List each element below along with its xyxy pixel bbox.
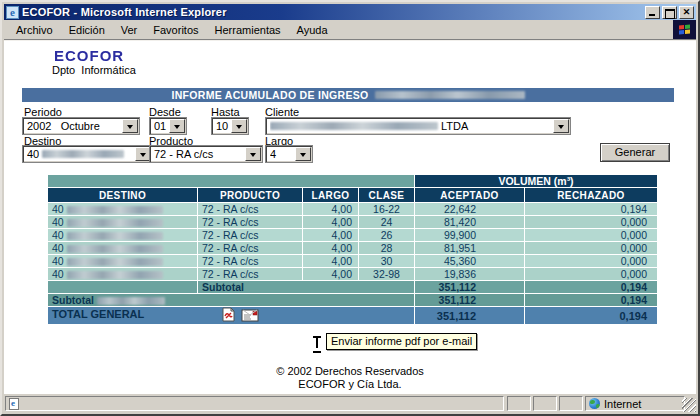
status-panel-1 — [507, 396, 531, 411]
status-bar: Internet — [4, 393, 696, 412]
pdf-email-tooltip: Enviar informe pdf por e-mail — [326, 333, 477, 350]
title-bar: e ECOFOR - Microsoft Internet Explorer ✕ — [4, 4, 696, 20]
redacted-banner-text — [375, 91, 525, 99]
cell-clase: 26 — [359, 229, 415, 242]
cell-rechazado: 0,000 — [525, 216, 658, 229]
cell-producto: 72 - RA c/cs — [198, 255, 303, 268]
window-title: ECOFOR - Microsoft Internet Explorer — [22, 6, 227, 18]
total-aceptado: 351,112 — [415, 307, 525, 325]
zone-label: Internet — [604, 398, 641, 410]
total-label-cell: TOTAL GENERAL — [48, 307, 415, 325]
chevron-down-icon[interactable] — [122, 119, 138, 133]
page-footer: © 2002 Derechos Reservados ECOFOR y Cía … — [4, 365, 696, 391]
chevron-down-icon[interactable] — [231, 119, 247, 133]
total-general-row: TOTAL GENERAL — [48, 307, 658, 325]
menu-ayuda[interactable]: Ayuda — [289, 22, 336, 38]
table-row: 40 72 - RA c/cs4,002481,4200,000 — [48, 216, 658, 229]
cell-clase: 28 — [359, 242, 415, 255]
table-row: 40 72 - RA c/cs4,003045,3600,000 — [48, 255, 658, 268]
pdf-document-icon[interactable] — [222, 307, 235, 324]
cell-rechazado: 0,000 — [525, 229, 658, 242]
menu-edicion[interactable]: Edición — [61, 22, 113, 38]
report-title-banner: INFORME ACUMULADO DE INGRESO — [22, 88, 674, 102]
cell-largo: 4,00 — [303, 255, 359, 268]
minimize-button[interactable] — [645, 6, 660, 19]
menu-herramientas[interactable]: Herramientas — [207, 22, 289, 38]
cell-aceptado: 81,951 — [415, 242, 525, 255]
document-icon — [9, 398, 19, 410]
cell-destino: 40 — [48, 242, 198, 255]
cell-producto: 72 - RA c/cs — [198, 216, 303, 229]
volumen-header: VOLUMEN (m³) — [415, 175, 658, 188]
cell-clase: 16-22 — [359, 203, 415, 216]
menu-favoritos[interactable]: Favoritos — [145, 22, 206, 38]
cell-largo: 4,00 — [303, 203, 359, 216]
cell-largo: 4,00 — [303, 216, 359, 229]
col-destino: DESTINO — [48, 188, 198, 203]
windows-throbber-icon — [673, 20, 696, 39]
hasta-select[interactable]: 10 — [211, 117, 249, 135]
chevron-down-icon[interactable] — [245, 147, 261, 161]
largo-select[interactable]: 4 — [265, 145, 313, 163]
status-panel-2 — [533, 396, 557, 411]
menu-archivo[interactable]: Archivo — [8, 22, 61, 38]
total-label: TOTAL GENERAL — [52, 308, 144, 320]
security-zone-panel: Internet — [585, 396, 685, 411]
redacted-cliente-name — [270, 122, 438, 130]
desde-select[interactable]: 01 — [149, 117, 187, 135]
subtotal-rechazado: 0,194 — [525, 281, 658, 294]
cell-aceptado: 81,420 — [415, 216, 525, 229]
send-email-icon[interactable] — [241, 308, 259, 324]
maximize-button[interactable] — [662, 6, 677, 19]
generar-button[interactable]: Generar — [600, 143, 670, 162]
volumen-band-row: VOLUMEN (m³) — [48, 175, 658, 188]
text-cursor-icon — [313, 336, 321, 349]
cell-aceptado: 19,836 — [415, 268, 525, 281]
destino-select[interactable]: 40 — [22, 145, 153, 163]
cell-largo: 4,00 — [303, 242, 359, 255]
report-table-rows: 40 72 - RA c/cs4,0016-2222,6420,19440 72… — [48, 203, 658, 281]
department-label: Dpto Informática — [52, 64, 136, 76]
empty-cell — [48, 281, 198, 294]
subtotal-producto-row: Subtotal 351,112 0,194 — [48, 281, 658, 294]
cell-producto: 72 - RA c/cs — [198, 242, 303, 255]
resize-grip[interactable] — [682, 398, 696, 412]
status-panel-3 — [559, 396, 583, 411]
redacted-destino-name — [67, 258, 163, 266]
cell-destino: 40 — [48, 255, 198, 268]
subtotal-label: Subtotal — [198, 281, 415, 294]
ecofor-logo: ECOFOR — [54, 48, 124, 64]
internet-explorer-icon: e — [6, 6, 19, 19]
menu-bar: Archivo Edición Ver Favoritos Herramient… — [4, 20, 696, 40]
cell-producto: 72 - RA c/cs — [198, 268, 303, 281]
producto-select[interactable]: 72 - RA c/cs — [149, 145, 263, 163]
internet-globe-icon — [589, 398, 600, 409]
subtotal-aceptado: 351,112 — [415, 281, 525, 294]
cell-rechazado: 0,000 — [525, 268, 658, 281]
periodo-select[interactable]: 2002 Octubre — [22, 117, 140, 135]
chevron-down-icon[interactable] — [553, 119, 569, 133]
cell-producto: 72 - RA c/cs — [198, 229, 303, 242]
redacted-destino-name — [97, 297, 165, 305]
cliente-select[interactable]: LTDA — [265, 117, 571, 135]
cell-destino: 40 — [48, 268, 198, 281]
browser-window: e ECOFOR - Microsoft Internet Explorer ✕… — [0, 0, 700, 416]
cell-aceptado: 45,360 — [415, 255, 525, 268]
subtotal-destino-row: Subtotal 351,112 0,194 — [48, 294, 658, 307]
menu-ver[interactable]: Ver — [113, 22, 146, 38]
cell-rechazado: 0,000 — [525, 255, 658, 268]
subtotal-aceptado: 351,112 — [415, 294, 525, 307]
close-button[interactable]: ✕ — [679, 6, 694, 19]
report-table: VOLUMEN (m³) DESTINO PRODUCTO LARGO CLAS… — [47, 174, 658, 325]
cell-largo: 4,00 — [303, 229, 359, 242]
redacted-destino-name — [67, 245, 163, 253]
cell-rechazado: 0,000 — [525, 242, 658, 255]
cell-aceptado: 99,900 — [415, 229, 525, 242]
chevron-down-icon[interactable] — [169, 119, 185, 133]
cell-clase: 32-98 — [359, 268, 415, 281]
footer-copyright: © 2002 Derechos Reservados — [4, 365, 696, 378]
page-content: ECOFOR Dpto Informática INFORME ACUMULAD… — [4, 41, 696, 393]
chevron-down-icon[interactable] — [295, 147, 311, 161]
cell-destino: 40 — [48, 203, 198, 216]
cell-aceptado: 22,642 — [415, 203, 525, 216]
